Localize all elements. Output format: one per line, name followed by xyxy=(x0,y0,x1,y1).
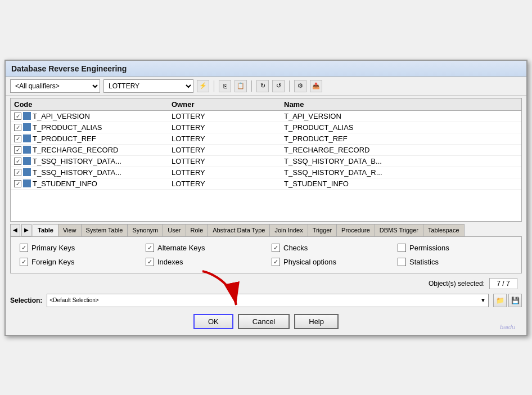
table-icon xyxy=(23,157,31,165)
cell-code: T_STUDENT_INFO xyxy=(14,179,172,188)
tab-view[interactable]: View xyxy=(58,224,82,236)
row-checkbox[interactable] xyxy=(14,180,21,187)
owner-value: LOTTERY xyxy=(172,134,284,143)
table-row[interactable]: T_PRODUCT_ALIAS LOTTERY T_PRODUCT_ALIAS xyxy=(11,122,521,133)
table-row[interactable]: T_STUDENT_INFO LOTTERY T_STUDENT_INFO xyxy=(11,178,521,190)
code-value: T_PRODUCT_REF xyxy=(33,134,96,143)
help-button[interactable]: Help xyxy=(294,314,339,329)
table-icon xyxy=(23,146,31,154)
option-permissions[interactable]: Permissions xyxy=(398,244,512,252)
dialog-title: Database Reverse Engineering xyxy=(11,64,127,73)
bottom-buttons: OK Cancel Help baidu xyxy=(6,311,526,335)
checks-label: Checks xyxy=(283,244,308,252)
separator-2 xyxy=(251,80,252,92)
table-row[interactable]: T_API_VERSION LOTTERY T_API_VERSION xyxy=(11,111,521,122)
tab-table[interactable]: Table xyxy=(33,224,58,236)
tab-trigger[interactable]: Trigger xyxy=(308,224,337,236)
objects-selected-row: Object(s) selected: 7 / 7 xyxy=(6,273,526,291)
row-checkbox[interactable] xyxy=(14,135,21,142)
statistics-checkbox[interactable] xyxy=(398,258,406,266)
cell-code: T_PRODUCT_ALIAS xyxy=(14,123,172,132)
copy-icon[interactable]: ⎘ xyxy=(219,80,231,92)
name-value: T_API_VERSION xyxy=(284,112,518,120)
code-value: T_SSQ_HISTORY_DATA... xyxy=(33,157,121,165)
name-value: T_PRODUCT_REF xyxy=(284,134,518,143)
col-owner: Owner xyxy=(172,100,284,109)
paste-icon[interactable]: 📋 xyxy=(235,80,247,92)
refresh-icon[interactable]: ↻ xyxy=(256,80,269,92)
settings-icon[interactable]: ⚙ xyxy=(294,80,306,92)
tab-procedure[interactable]: Procedure xyxy=(336,224,375,236)
statistics-label: Statistics xyxy=(409,258,439,266)
foreign-keys-checkbox[interactable] xyxy=(20,258,28,266)
table-row[interactable]: T_PRODUCT_REF LOTTERY T_PRODUCT_REF xyxy=(11,133,521,145)
cancel-button[interactable]: Cancel xyxy=(238,314,290,329)
ok-button[interactable]: OK xyxy=(193,314,233,329)
tab-dbms_trigger[interactable]: DBMS Trigger xyxy=(375,224,423,236)
dropdown-arrow-icon: ▼ xyxy=(480,297,486,303)
owner-value: LOTTERY xyxy=(172,179,284,188)
cell-code: T_SSQ_HISTORY_DATA... xyxy=(14,157,172,165)
table-row[interactable]: T_SSQ_HISTORY_DATA... LOTTERY T_SSQ_HIST… xyxy=(11,167,521,178)
name-value: T_PRODUCT_ALIAS xyxy=(284,123,518,132)
owner-value: LOTTERY xyxy=(172,157,284,165)
owner-value: LOTTERY xyxy=(172,123,284,132)
tab-synonym[interactable]: Synonym xyxy=(127,224,163,236)
name-value: T_RECHARGE_RECORD xyxy=(284,146,518,154)
tab-role[interactable]: Role xyxy=(186,224,209,236)
option-alternate-keys[interactable]: Alternate Keys xyxy=(146,244,260,252)
cell-code: T_RECHARGE_RECORD xyxy=(14,146,172,154)
row-checkbox[interactable] xyxy=(14,113,21,120)
export-icon[interactable]: 📤 xyxy=(310,80,322,92)
primary-keys-checkbox[interactable] xyxy=(20,244,28,252)
checks-checkbox[interactable] xyxy=(272,244,280,252)
selection-save-btn[interactable]: 💾 xyxy=(508,294,522,307)
connect-icon[interactable]: ⚡ xyxy=(197,80,209,92)
owner-value: LOTTERY xyxy=(172,146,284,154)
table-icon xyxy=(23,112,31,120)
option-indexes[interactable]: Indexes xyxy=(146,258,260,266)
selection-folder-btn[interactable]: 📁 xyxy=(493,294,507,307)
code-value: T_API_VERSION xyxy=(33,112,90,120)
tab-scroll-right[interactable]: ▶ xyxy=(21,224,31,236)
code-value: T_RECHARGE_RECORD xyxy=(33,146,118,154)
permissions-checkbox[interactable] xyxy=(398,244,406,252)
qualifier-select[interactable]: <All qualifiers> xyxy=(10,79,100,93)
code-value: T_STUDENT_INFO xyxy=(33,179,97,188)
refresh2-icon[interactable]: ↺ xyxy=(272,80,285,92)
selection-value: <Default Selection> xyxy=(49,297,98,303)
table-row[interactable]: T_RECHARGE_RECORD LOTTERY T_RECHARGE_REC… xyxy=(11,145,521,156)
option-physical-options[interactable]: Physical options xyxy=(272,258,386,266)
table-icon xyxy=(23,123,31,131)
alternate-keys-checkbox[interactable] xyxy=(146,244,154,252)
lottery-select[interactable]: LOTTERY xyxy=(103,79,193,93)
tab-tablespace[interactable]: Tablespace xyxy=(423,224,465,236)
physical-options-checkbox[interactable] xyxy=(272,258,280,266)
indexes-checkbox[interactable] xyxy=(146,258,154,266)
option-checks[interactable]: Checks xyxy=(272,244,386,252)
tab-scroll-left[interactable]: ◀ xyxy=(10,224,20,236)
tab-system_table[interactable]: System Table xyxy=(81,224,128,236)
cell-code: T_PRODUCT_REF xyxy=(14,134,172,143)
option-primary-keys[interactable]: Primary Keys xyxy=(20,244,134,252)
permissions-label: Permissions xyxy=(409,244,449,252)
objects-table: Code Owner Name T_API_VERSION LOTTERY T_… xyxy=(10,98,522,222)
row-checkbox[interactable] xyxy=(14,158,21,165)
option-foreign-keys[interactable]: Foreign Keys xyxy=(20,258,134,266)
selection-combo[interactable]: <Default Selection> ▼ xyxy=(47,294,489,307)
owner-value: LOTTERY xyxy=(172,112,284,120)
tab-user[interactable]: User xyxy=(163,224,186,236)
table-icon xyxy=(23,179,31,187)
row-checkbox[interactable] xyxy=(14,124,21,131)
tab-adt[interactable]: Abstract Data Type xyxy=(208,224,270,236)
selection-row: Selection: <Default Selection> ▼ 📁 💾 xyxy=(6,291,526,311)
indexes-label: Indexes xyxy=(157,258,183,266)
row-checkbox[interactable] xyxy=(14,146,21,154)
name-value: T_STUDENT_INFO xyxy=(284,179,518,188)
table-row[interactable]: T_SSQ_HISTORY_DATA... LOTTERY T_SSQ_HIST… xyxy=(11,156,521,167)
title-bar: Database Reverse Engineering xyxy=(6,61,526,77)
row-checkbox[interactable] xyxy=(14,169,21,176)
objects-count: 7 / 7 xyxy=(489,278,517,289)
tab-join_index[interactable]: Join Index xyxy=(269,224,308,236)
option-statistics[interactable]: Statistics xyxy=(398,258,512,266)
